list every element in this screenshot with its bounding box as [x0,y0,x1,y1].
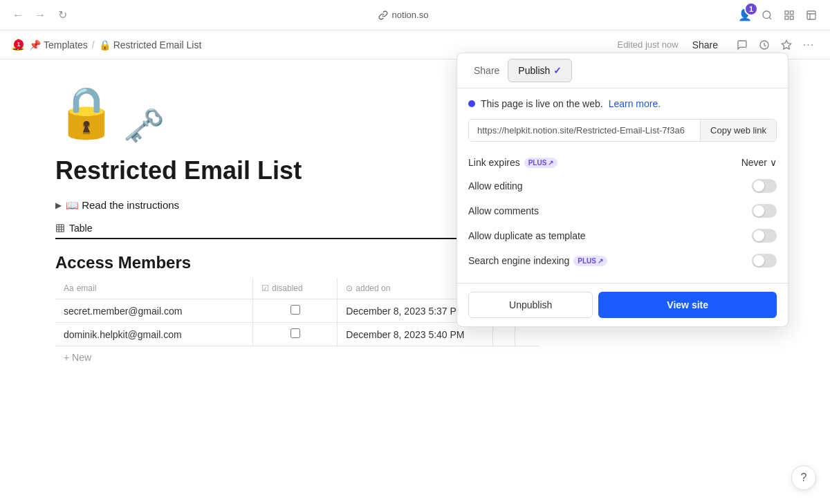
notification-count: 1 [14,39,24,49]
url-bar[interactable]: notion.so [378,10,429,20]
refresh-button[interactable]: ↻ [53,6,72,25]
comment-icon-btn[interactable] [732,35,753,55]
allow-editing-label: Allow editing [468,180,523,192]
more-icon-btn[interactable]: ··· [798,35,819,55]
never-select[interactable]: Never ∨ [741,157,777,168]
svg-rect-5 [807,11,815,19]
view-site-button[interactable]: View site [598,292,777,318]
top-right-icons: 👤 1 [735,5,822,26]
breadcrumb-page[interactable]: 🔒 Restricted Email List [99,39,202,50]
search-indexing-toggle[interactable] [752,254,777,268]
layout-icon [806,10,817,21]
back-button[interactable]: ← [8,6,28,25]
toolbar-icons: ··· [732,35,819,55]
svg-marker-7 [782,40,791,49]
search-indexing-label: Search engine indexing PLUS ↗ [468,255,607,266]
toggle-arrow-icon: ▶ [55,200,62,210]
layout-icon-btn[interactable] [801,5,822,26]
allow-editing-toggle[interactable] [752,179,777,193]
key-icon: 🗝️ [123,109,165,142]
notification-button[interactable]: 🔔 1 [11,38,25,51]
star-icon [781,39,792,50]
star-icon-btn[interactable] [776,35,797,55]
history-icon-btn[interactable] [754,35,775,55]
svg-point-0 [763,11,771,19]
search-indexing-text: Search engine indexing [468,255,569,266]
comment-icon [737,39,748,50]
table-tab-label: Table [69,223,92,234]
table-icon [55,223,65,233]
allow-comments-toggle[interactable] [752,204,777,218]
cell-disabled-2[interactable] [252,323,337,346]
text-col-icon: Aa [64,283,74,293]
live-dot-icon [468,100,475,107]
unpublish-button[interactable]: Unpublish [468,292,593,318]
grid-icon-btn[interactable] [779,5,800,26]
allow-duplicate-row: Allow duplicate as template [468,223,777,248]
help-button[interactable]: ? [791,465,816,490]
svg-rect-8 [57,225,64,232]
templates-label: Templates [44,39,88,50]
help-icon: ? [801,472,807,484]
user-icon-btn[interactable]: 👤 1 [735,5,755,26]
page-icon: 🔒 [55,87,118,137]
url-text: notion.so [392,10,429,20]
more-dots-icon: ··· [803,39,814,51]
popup-body: This page is live on the web. Learn more… [457,88,788,283]
copy-web-link-button[interactable]: Copy web link [700,120,776,141]
tab-publish[interactable]: Publish ✓ [508,59,572,82]
search-icon [762,10,773,21]
link-icon [378,10,388,20]
allow-comments-row: Allow comments [468,198,777,223]
toggle-label: 📖 Read the instructions [66,199,179,212]
cell-disabled-1[interactable] [252,299,337,323]
templates-emoji: 📌 [29,39,41,50]
search-plus-badge[interactable]: PLUS ↗ [573,256,607,266]
history-icon [759,39,770,50]
search-indexing-row: Search engine indexing PLUS ↗ [468,248,777,273]
allow-duplicate-label: Allow duplicate as template [468,230,586,241]
browser-bar: ← → ↻ notion.so 👤 1 [0,0,830,30]
forward-button[interactable]: → [30,6,50,25]
cell-email-1: secret.member@gmail.com [55,299,252,323]
never-label: Never [741,157,767,168]
new-row-button[interactable]: + New [55,346,775,368]
plus-arrow-icon: ↗ [548,159,553,167]
publish-check-icon: ✓ [553,65,562,76]
link-expires-row: Link expires PLUS ↗ Never ∨ [468,151,777,174]
allow-comments-label: Allow comments [468,205,539,216]
plus-badge[interactable]: PLUS ↗ [524,158,558,168]
publish-popup: 2 Share Publish ✓ This page is live on t… [456,53,788,327]
live-text: This page is live on the web. [481,98,603,109]
learn-more-link[interactable]: Learn more. [609,98,661,109]
cell-email-2: dominik.helpkit@gmail.com [55,323,252,346]
chevron-down-icon: ∨ [770,157,777,168]
svg-rect-3 [785,16,788,19]
badge-1: 1 [744,2,758,16]
search-plus-text: PLUS [578,257,596,265]
search-arrow-icon: ↗ [598,257,603,265]
disabled-checkbox-2[interactable] [290,328,300,338]
disabled-checkbox-1[interactable] [290,305,300,315]
nav-buttons: ← → ↻ [8,6,72,25]
plus-label-text: PLUS [528,159,547,167]
publish-label: Publish [518,65,550,76]
share-button[interactable]: Share [687,37,723,53]
tab-share[interactable]: Share [465,59,508,82]
live-notice: This page is live on the web. Learn more… [468,98,777,109]
allow-editing-row: Allow editing [468,174,777,198]
col-email: Aaemail [55,278,252,299]
url-copy-row: 3 https://helpkit.notion.site/Restricted… [468,119,777,142]
check-col-icon: ☑ [261,283,269,293]
svg-rect-2 [790,11,793,15]
breadcrumb-templates[interactable]: 📌 Templates [29,39,88,50]
allow-duplicate-toggle[interactable] [752,229,777,243]
popup-tabs-row: Share Publish ✓ [457,53,788,88]
search-icon-btn[interactable] [757,5,777,26]
popup-footer: Unpublish View site [457,283,788,326]
breadcrumb-separator: / [92,39,95,50]
link-expires-text: Link expires [468,157,520,168]
svg-rect-1 [785,11,788,15]
date-col-icon: ⊙ [346,283,353,293]
page-emoji: 🔒 [99,39,111,50]
